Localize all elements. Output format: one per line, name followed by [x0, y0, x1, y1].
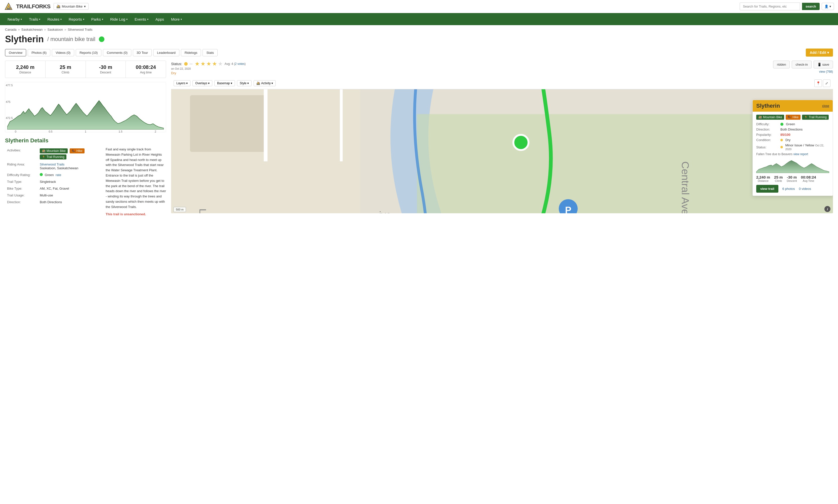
- breadcrumb-saskatoon[interactable]: Saskatoon: [48, 28, 63, 32]
- popup-direction-row: Direction: Both Directions: [756, 127, 829, 131]
- map-style-btn[interactable]: Style ▾: [237, 80, 252, 86]
- nav-nearby[interactable]: Nearby ▾: [4, 14, 25, 25]
- top-header: 🚵 TRAILFORKS 🚵 Mountain Bike ▾ search 👤 …: [0, 0, 838, 13]
- map-toolbar: Layers ▾ Overlays ▾ Basemap ▾ Style ▾ 🚵 …: [171, 77, 833, 89]
- activities-label: Activities:: [5, 147, 38, 161]
- chart-x-15: 1.5: [119, 130, 122, 133]
- breadcrumb-canada[interactable]: Canada: [5, 28, 17, 32]
- tab-videos[interactable]: Videos (0): [52, 49, 74, 56]
- riding-area-sub: Saskatoon, Saskatchewan: [40, 166, 78, 170]
- nav-trails[interactable]: Trails ▾: [25, 14, 44, 25]
- map-basemap-btn[interactable]: Basemap ▾: [214, 80, 235, 86]
- page-content: Slytherin / mountain bike trail Overview…: [0, 34, 838, 221]
- dropdown-arrow: ▾: [84, 4, 86, 8]
- chart-y-min: 472.5: [6, 116, 13, 120]
- search-area: search 👤 ▾: [739, 2, 834, 10]
- activity-selector[interactable]: 🚵 Mountain Bike ▾: [54, 3, 89, 10]
- popup-header: Slytherin close: [753, 100, 833, 112]
- elevation-chart: 477.5 475 472.5 0 0.5 1: [5, 82, 166, 132]
- trail-title-row: Slytherin / mountain bike trail: [5, 34, 833, 44]
- nav-ridelog[interactable]: Ride Log ▾: [107, 14, 131, 25]
- popup-popularity-row: Popularity: 85/100: [756, 133, 829, 137]
- save-button[interactable]: 📱 save: [814, 60, 833, 68]
- view-report-link[interactable]: view report: [793, 152, 808, 156]
- trail-description: Fast and easy single track from Meewasin…: [106, 147, 166, 210]
- tab-ridelogs[interactable]: Ridelogs: [181, 49, 201, 56]
- breadcrumb-silverwood[interactable]: Silverwood Trails: [68, 28, 92, 32]
- map-area[interactable]: P P Central Avenue Stove LEGEND ive A: [171, 89, 833, 213]
- search-button[interactable]: search: [802, 3, 820, 10]
- svg-text:ive: ive: [379, 210, 391, 213]
- tag-trail-running: 🏃 Trail Running: [40, 155, 67, 159]
- view-count-link[interactable]: view (768): [819, 70, 833, 73]
- trail-stats-row: 2,240 m Distance 25 m Climb -30 m Descen…: [5, 60, 166, 78]
- map-expand-button[interactable]: ⤢: [823, 79, 831, 87]
- breadcrumb-saskatchewan[interactable]: Saskatchewan: [21, 28, 43, 32]
- difficulty-rate-link[interactable]: rate: [56, 173, 61, 177]
- svg-text:LEGEND: LEGEND: [197, 209, 208, 213]
- popup-difficulty-row: Difficulty: Green: [756, 122, 829, 126]
- tab-3dtour[interactable]: 3D Tour: [133, 49, 152, 56]
- check-in-button[interactable]: check-in: [792, 60, 811, 68]
- popup-tag-hike: 🥾 Hike: [786, 115, 801, 120]
- riding-area-link[interactable]: Silverwood Trails: [40, 162, 65, 166]
- nav-routes[interactable]: Routes ▾: [44, 14, 65, 25]
- popup-elevation-chart: [756, 158, 829, 173]
- bike-type-value: AM, XC, Fat, Gravel: [38, 185, 101, 192]
- map-layers-btn[interactable]: Layers ▾: [174, 80, 191, 86]
- map-info-icon[interactable]: i: [824, 206, 831, 212]
- main-two-col: 2,240 m Distance 25 m Climb -30 m Descen…: [5, 60, 833, 216]
- nav-apps[interactable]: Apps: [152, 14, 167, 25]
- tab-leaderboard[interactable]: Leaderboard: [153, 49, 179, 56]
- nav-parks[interactable]: Parks ▾: [88, 14, 107, 25]
- svg-text:🚵: 🚵: [6, 5, 11, 10]
- trail-subtitle: / mountain bike trail: [47, 36, 95, 42]
- popup-tag-trail-running: 🏃 Trail Running: [802, 115, 829, 120]
- rating-info: Avg: 4 (2 votes): [225, 62, 246, 66]
- status-condition: Dry: [171, 71, 246, 75]
- popup-close[interactable]: close: [822, 104, 829, 108]
- action-btns: ridden check-in 📱 save: [773, 60, 833, 68]
- tab-photos[interactable]: Photos (6): [28, 49, 50, 56]
- chart-y-mid: 475: [6, 100, 10, 103]
- map-activity-btn[interactable]: 🚵 Activity ▾: [254, 80, 276, 86]
- user-menu-button[interactable]: 👤 ▾: [822, 3, 834, 10]
- direction-value: Both Directions: [38, 199, 101, 205]
- tab-comments[interactable]: Comments (0): [103, 49, 131, 56]
- fallen-tree-note: Fallen Tree due to Beavers view report: [756, 152, 829, 156]
- search-input[interactable]: [739, 2, 800, 10]
- map-overlays-btn[interactable]: Overlays ▾: [193, 80, 212, 86]
- stat-climb: 25 m Climb: [46, 61, 86, 78]
- star-2: ★: [200, 60, 206, 67]
- popup-photos-link[interactable]: 6 photos: [782, 187, 795, 191]
- popup-stat-descent: -30 m Descent: [787, 175, 797, 182]
- nav-reports[interactable]: Reports ▾: [65, 14, 88, 25]
- nav-events[interactable]: Events ▾: [131, 14, 152, 25]
- activities-tags: 🚵 Mountain Bike 🥾 Hike 🏃 Trail Running: [38, 147, 101, 161]
- popup-videos-link[interactable]: 0 videos: [799, 187, 811, 191]
- map-location-button[interactable]: 📍: [814, 79, 822, 87]
- star-5: ★: [218, 60, 223, 67]
- svg-text:Central Avenue: Central Avenue: [679, 161, 691, 213]
- map-container: Layers ▾ Overlays ▾ Basemap ▾ Style ▾ 🚵 …: [171, 77, 833, 213]
- chart-x-05: 0.5: [49, 130, 52, 133]
- add-edit-button[interactable]: Add / Edit ▾: [806, 49, 833, 57]
- tab-overview[interactable]: Overview: [5, 49, 26, 56]
- trail-usage-value: Multi-use: [38, 192, 101, 199]
- chart-y-max: 477.5: [6, 84, 13, 87]
- status-date: on Oct 22, 2020: [171, 67, 246, 70]
- ridden-button[interactable]: ridden: [773, 60, 790, 68]
- popup-stats: 2,240 m Distance 25 m Climb -30 m Descen…: [756, 175, 829, 182]
- user-icon: 👤: [824, 4, 828, 8]
- tab-stats[interactable]: Stats: [202, 49, 218, 56]
- stat-avgtime: 00:08:24 Avg time: [126, 61, 166, 78]
- right-column: Status: — ★ ★ ★ ★ ★ Avg: 4 (2 votes): [171, 60, 833, 216]
- popup-stat-avgtime: 00:08:24 Avg Time: [801, 175, 816, 182]
- rating-votes-link[interactable]: 2 votes: [235, 62, 245, 66]
- trails-arrow: ▾: [39, 18, 40, 21]
- nav-more[interactable]: More ▾: [167, 14, 185, 25]
- star-1: ★: [195, 60, 200, 67]
- status-dot-yellow: [184, 62, 188, 66]
- tab-reports[interactable]: Reports (10): [76, 49, 101, 56]
- view-trail-button[interactable]: view trail: [756, 185, 778, 193]
